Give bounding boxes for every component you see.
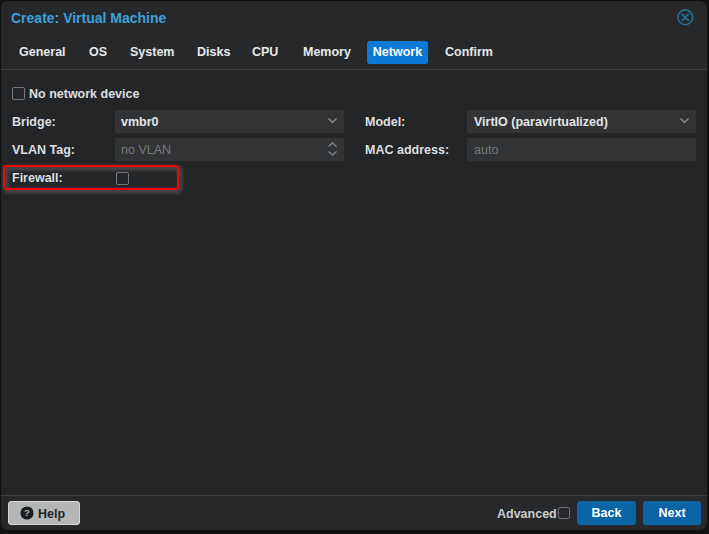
- svg-text:?: ?: [24, 507, 30, 518]
